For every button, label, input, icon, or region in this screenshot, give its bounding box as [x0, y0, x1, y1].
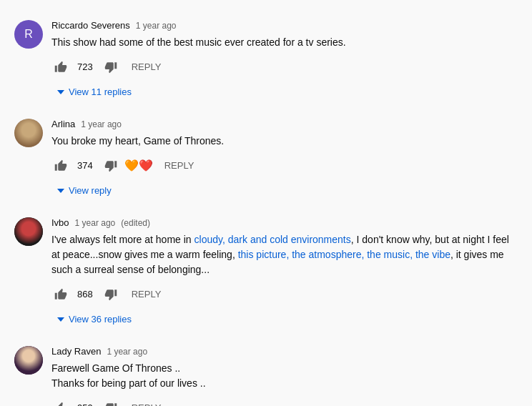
- avatar: R: [14, 20, 43, 49]
- reply-button[interactable]: REPLY: [159, 156, 200, 175]
- thumbs-down-icon: [104, 61, 117, 74]
- comment-actions: 959 REPLY: [51, 398, 518, 406]
- dislike-button[interactable]: [102, 157, 120, 175]
- comment-content: Ivbo 1 year ago (edited) I've always fel…: [51, 217, 518, 329]
- comment-author: Riccardo Severens: [51, 20, 130, 31]
- comment-block: Ivbo 1 year ago (edited) I've always fel…: [14, 209, 518, 337]
- view-replies-button[interactable]: View 36 replies: [51, 310, 518, 329]
- comment-time: 1 year ago: [81, 119, 122, 129]
- dislike-button[interactable]: [102, 399, 120, 407]
- heart-emoji: 🧡❤️: [124, 159, 153, 172]
- highlight-text: this picture, the atmosphere, the music,…: [238, 249, 450, 260]
- comment-author: Arlina: [51, 119, 75, 129]
- comment-time: 1 year ago: [136, 21, 177, 31]
- comment-time: 1 year ago: [75, 218, 116, 228]
- comment-content: Lady Raven 1 year ago Farewell Game Of T…: [51, 346, 518, 406]
- comment-header: Riccardo Severens 1 year ago: [51, 20, 518, 31]
- like-count: 374: [77, 160, 93, 171]
- like-count: 723: [77, 61, 93, 72]
- comment-author: Ivbo: [51, 217, 69, 228]
- like-button[interactable]: [51, 399, 70, 407]
- avatar-image: [14, 346, 43, 375]
- comment-edited: (edited): [121, 218, 150, 228]
- thumbs-up-icon: [54, 288, 67, 301]
- comment-block: Arlina 1 year ago You broke my heart, Ga…: [14, 110, 518, 209]
- chevron-down-icon: [57, 90, 64, 94]
- view-replies-label: View reply: [69, 185, 112, 196]
- avatar: [14, 217, 43, 246]
- chevron-down-icon: [57, 189, 64, 193]
- thumbs-up-icon: [54, 402, 67, 407]
- comment-time: 1 year ago: [107, 347, 147, 357]
- thumbs-down-icon: [104, 288, 117, 301]
- view-replies-label: View 36 replies: [69, 314, 132, 325]
- avatar: [14, 346, 43, 375]
- comment-header: Lady Raven 1 year ago: [51, 346, 518, 357]
- comment-header: Ivbo 1 year ago (edited): [51, 217, 518, 228]
- comment-content: Arlina 1 year ago You broke my heart, Ga…: [51, 119, 518, 200]
- avatar: [14, 119, 43, 147]
- comment-text: This show had some of the best music eve…: [51, 35, 518, 50]
- avatar-image: [14, 119, 43, 147]
- thumbs-up-icon: [54, 159, 67, 172]
- comment-block: Lady Raven 1 year ago Farewell Game Of T…: [14, 337, 518, 406]
- thumbs-up-icon: [54, 61, 67, 74]
- like-button[interactable]: [51, 157, 70, 175]
- thumbs-down-icon: [104, 402, 117, 407]
- dislike-button[interactable]: [102, 58, 120, 76]
- reply-button[interactable]: REPLY: [126, 398, 167, 406]
- comment-content: Riccardo Severens 1 year ago This show h…: [51, 20, 518, 102]
- comment-actions: 374 🧡❤️ REPLY: [51, 156, 518, 175]
- comment-text: Farewell Game Of Thrones .. Thanks for b…: [51, 361, 518, 391]
- comment-text: I've always felt more at home in cloudy,…: [51, 232, 518, 277]
- reply-button[interactable]: REPLY: [126, 57, 167, 76]
- avatar-initial: R: [24, 28, 33, 41]
- like-count: 868: [77, 289, 93, 299]
- comment-text: You broke my heart, Game of Thrones.: [51, 134, 518, 149]
- chevron-down-icon: [57, 317, 64, 322]
- like-button[interactable]: [51, 58, 70, 76]
- like-count: 959: [77, 402, 93, 406]
- avatar-image: [14, 217, 43, 246]
- like-button[interactable]: [51, 285, 70, 304]
- comment-header: Arlina 1 year ago: [51, 119, 518, 129]
- dislike-button[interactable]: [102, 285, 120, 304]
- reply-button[interactable]: REPLY: [126, 284, 167, 304]
- view-replies-label: View 11 replies: [69, 86, 132, 97]
- comment-author: Lady Raven: [51, 346, 101, 357]
- highlight-text: cloudy, dark and cold environments: [194, 234, 351, 245]
- thumbs-down-icon: [104, 159, 117, 172]
- view-replies-button[interactable]: View reply: [51, 181, 518, 200]
- comment-actions: 723 REPLY: [51, 57, 518, 76]
- comment-section: R Riccardo Severens 1 year ago This show…: [14, 11, 518, 406]
- comment-block: R Riccardo Severens 1 year ago This show…: [14, 11, 518, 110]
- view-replies-button[interactable]: View 11 replies: [51, 82, 518, 102]
- comment-actions: 868 REPLY: [51, 284, 518, 304]
